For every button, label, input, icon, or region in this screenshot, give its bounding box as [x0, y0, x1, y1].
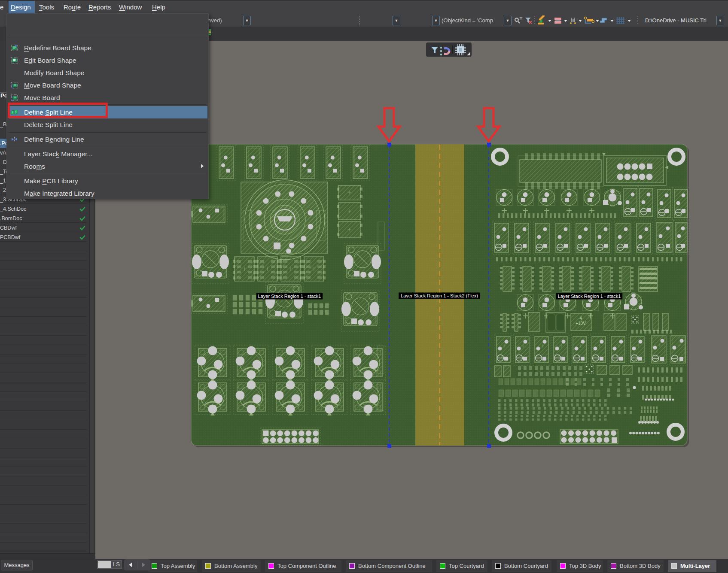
svg-text:+10V: +10V [576, 321, 586, 326]
svg-text:4: 4 [579, 316, 582, 321]
svg-text:Layer Stack Region 1 - Stack2: Layer Stack Region 1 - Stack2 (Flex) [401, 293, 478, 298]
svg-text:Layer Stack Region 1 - stack1: Layer Stack Region 1 - stack1 [558, 294, 621, 299]
svg-text:Layer Stack Region 1 - stack1: Layer Stack Region 1 - stack1 [258, 294, 321, 299]
